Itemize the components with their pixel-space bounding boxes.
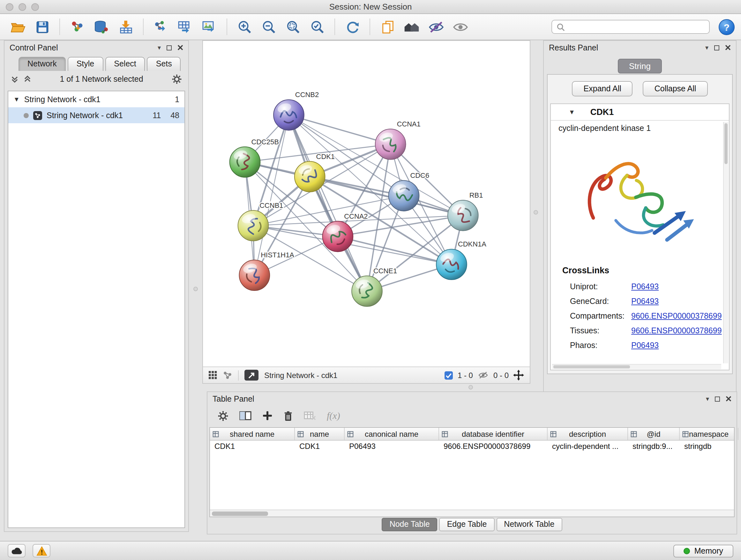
cell-name[interactable]: CDK1	[295, 441, 345, 452]
import-table-button[interactable]	[114, 16, 137, 38]
gene-card-header[interactable]: ▼ CDK1	[551, 104, 729, 121]
network-node-CCNA1[interactable]	[375, 129, 406, 160]
tab-string[interactable]: String	[617, 59, 662, 73]
crosslink-link-uniprot[interactable]: P06493	[631, 282, 659, 291]
tab-edge-table[interactable]: Edge Table	[440, 518, 495, 531]
show-graphics-details-button[interactable]	[449, 16, 472, 38]
close-panel-icon[interactable]	[178, 45, 183, 51]
zoom-fit-button[interactable]	[281, 16, 305, 38]
network-node-CDC6[interactable]	[389, 180, 419, 211]
network-edge[interactable]	[289, 115, 367, 291]
delete-column-icon[interactable]	[283, 410, 293, 421]
splitter-handle[interactable]	[468, 385, 473, 389]
import-network-database-button[interactable]	[90, 16, 113, 38]
crosslink-link-pharos[interactable]: P06493	[631, 341, 659, 350]
apply-layout-button[interactable]	[341, 16, 364, 38]
collapse-panel-icon[interactable]: ▾	[705, 44, 709, 51]
cell-namespace[interactable]: stringdb	[680, 441, 738, 452]
network-overview-button[interactable]	[400, 16, 423, 38]
cell-canonical-name[interactable]: P06493	[345, 441, 439, 452]
crosslink-link-tissues[interactable]: 9606.ENSP00000378699	[631, 326, 722, 335]
network-node-CCNB1[interactable]	[238, 210, 269, 241]
save-session-button[interactable]	[30, 16, 54, 38]
close-panel-icon[interactable]	[725, 45, 731, 51]
network-share-icon[interactable]	[223, 371, 232, 379]
export-table-button[interactable]	[174, 16, 197, 38]
network-node-CDK1[interactable]	[294, 162, 325, 192]
crosslink-link-compartments[interactable]: 9606.ENSP00000378699	[631, 311, 722, 320]
collapse-panel-icon[interactable]: ▾	[706, 395, 709, 402]
cell-id[interactable]: stringdb:9...	[628, 441, 680, 452]
zoom-out-button[interactable]	[257, 16, 280, 38]
hidden-eye-slash-icon[interactable]	[477, 371, 489, 379]
cloud-button[interactable]	[8, 544, 25, 557]
cell-database-identifier[interactable]: 9606.ENSP00000378699	[439, 441, 548, 452]
help-button[interactable]: ?	[719, 19, 735, 35]
zoom-window-button[interactable]	[31, 3, 39, 10]
zoom-in-button[interactable]	[233, 16, 256, 38]
duplicate-network-button[interactable]	[376, 16, 399, 38]
collapse-all-button[interactable]: Collapse All	[643, 81, 708, 97]
network-node-CCNB2[interactable]	[273, 100, 304, 130]
show-columns-icon[interactable]	[239, 411, 252, 421]
table-gear-icon[interactable]	[218, 410, 228, 421]
tab-style[interactable]: Style	[68, 57, 104, 71]
search-input[interactable]	[568, 22, 704, 31]
float-panel-icon[interactable]	[714, 45, 719, 50]
gene-expander-icon[interactable]: ▼	[569, 109, 575, 116]
table-row[interactable]: CDK1 CDK1 P06493 9606.ENSP00000378699 cy…	[210, 441, 734, 452]
export-network-button[interactable]	[149, 16, 172, 38]
export-image-button[interactable]	[198, 16, 221, 38]
network-edge[interactable]	[289, 115, 391, 144]
network-node-CCNA2[interactable]	[323, 221, 353, 252]
tree-expander-icon[interactable]: ▼	[13, 96, 20, 103]
tab-sets[interactable]: Sets	[147, 57, 181, 71]
network-node-RB1[interactable]	[448, 200, 478, 231]
open-session-button[interactable]	[6, 16, 29, 38]
tab-network-table[interactable]: Network Table	[496, 518, 562, 531]
float-panel-icon[interactable]	[715, 396, 720, 401]
column-header-description[interactable]: description	[548, 428, 628, 440]
warnings-button[interactable]	[32, 544, 51, 557]
zoom-selected-button[interactable]	[306, 16, 329, 38]
pan-crosshair-icon[interactable]	[513, 370, 524, 381]
cell-shared-name[interactable]: CDK1	[210, 441, 295, 452]
expand-all-button[interactable]: Expand All	[572, 81, 633, 97]
birdseye-grid-icon[interactable]	[209, 371, 217, 379]
minimize-window-button[interactable]	[18, 3, 26, 10]
hide-graphics-details-button[interactable]	[424, 16, 448, 38]
column-header-namespace[interactable]: namespace	[680, 428, 738, 440]
memory-button[interactable]: Memory	[673, 544, 733, 557]
selected-checkbox-icon[interactable]	[444, 371, 453, 380]
network-canvas[interactable]: CCNB2CCNA1CDC25BCDK1CDC6RB1CCNB1CCNA2CDK…	[203, 41, 530, 367]
open-in-window-button[interactable]	[245, 370, 259, 381]
vertical-scrollbar[interactable]	[723, 122, 728, 363]
gear-icon[interactable]	[172, 74, 182, 84]
float-panel-icon[interactable]	[166, 45, 172, 50]
splitter-handle[interactable]	[193, 287, 198, 291]
column-header-canonical-name[interactable]: canonical name	[345, 428, 439, 440]
column-header-shared-name[interactable]: shared name	[210, 428, 295, 440]
tab-node-table[interactable]: Node Table	[382, 518, 437, 531]
tab-select[interactable]: Select	[105, 57, 145, 71]
network-row[interactable]: String Network - cdk1 11 48	[8, 107, 185, 123]
crosslink-link-genecard[interactable]: P06493	[631, 297, 659, 306]
network-node-CCNE1[interactable]	[352, 276, 382, 307]
create-column-icon[interactable]	[262, 411, 273, 421]
network-collection-row[interactable]: ▼ String Network - cdk1 1	[8, 91, 185, 107]
column-header-database-identifier[interactable]: database identifier	[439, 428, 548, 440]
network-node-CDKN1A[interactable]	[436, 249, 467, 280]
import-network-file-button[interactable]	[66, 16, 89, 38]
network-node-HIST1H1A[interactable]	[239, 260, 270, 291]
table-horizontal-scrollbar[interactable]	[210, 509, 734, 516]
cell-description[interactable]: cyclin-dependent ...	[548, 441, 628, 452]
close-window-button[interactable]	[6, 3, 13, 10]
horizontal-scrollbar[interactable]	[552, 364, 721, 369]
tab-network[interactable]: Network	[18, 57, 66, 71]
network-node-CDC25B[interactable]	[230, 147, 260, 178]
column-header-name[interactable]: name	[295, 428, 345, 440]
column-header-id[interactable]: @id	[628, 428, 680, 440]
collapse-panel-icon[interactable]: ▾	[158, 44, 161, 51]
splitter-handle[interactable]	[534, 210, 538, 214]
close-panel-icon[interactable]	[726, 396, 731, 401]
